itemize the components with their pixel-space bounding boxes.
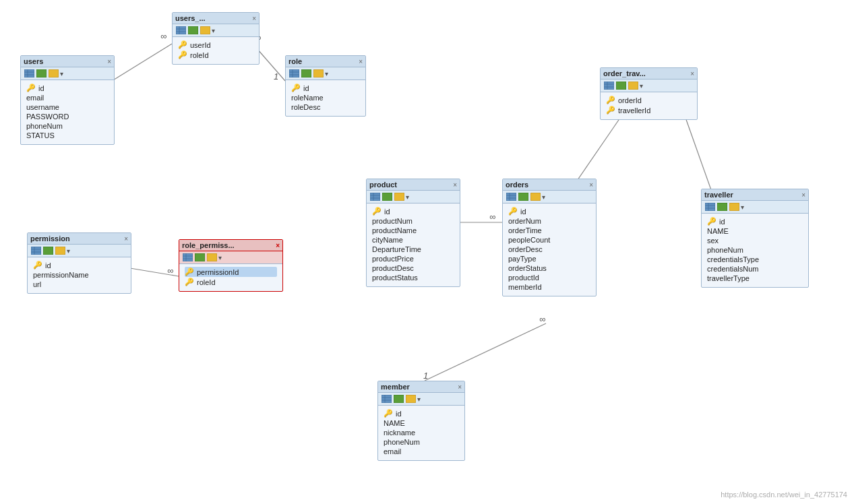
- svg-rect-25: [36, 69, 47, 77]
- table-product-title: product: [369, 181, 449, 189]
- grid-icon3[interactable]: [288, 69, 299, 78]
- svg-rect-68: [530, 193, 541, 201]
- svg-text:1: 1: [274, 71, 278, 82]
- field-rp-permid: 🔑 permissionId: [185, 267, 277, 277]
- cols-icon3[interactable]: [301, 69, 311, 78]
- cols-icon6[interactable]: [194, 253, 205, 262]
- svg-rect-73: [717, 203, 727, 211]
- field-ord-desc: orderDesc: [508, 245, 590, 254]
- cols-icon10[interactable]: [393, 394, 404, 404]
- svg-text:1: 1: [423, 371, 428, 381]
- grid-icon5[interactable]: [30, 246, 41, 255]
- pk-icon-ord: 🔑: [508, 207, 518, 216]
- dropdown-icon8[interactable]: ▾: [542, 193, 545, 201]
- field-users-status: STATUS: [26, 131, 109, 140]
- cols-icon[interactable]: [36, 69, 47, 78]
- key-icon4[interactable]: [628, 81, 638, 90]
- table-member-close[interactable]: ×: [458, 383, 462, 391]
- field-mem-nickname: nickname: [384, 428, 459, 437]
- table-permission-fields: 🔑 id permissionName url: [28, 257, 131, 293]
- svg-rect-37: [301, 69, 311, 77]
- svg-text:∞: ∞: [489, 212, 495, 222]
- field-prod-city: cityName: [372, 235, 454, 245]
- svg-rect-27: [176, 26, 186, 34]
- table-role-perm-close[interactable]: ×: [276, 242, 280, 249]
- grid-icon4[interactable]: [603, 81, 614, 90]
- field-prod-price: productPrice: [372, 254, 454, 263]
- dropdown-icon9[interactable]: ▾: [741, 203, 744, 211]
- table-orders-close[interactable]: ×: [589, 181, 593, 189]
- key-icon5[interactable]: [55, 246, 65, 255]
- svg-rect-63: [506, 193, 516, 201]
- table-orders: orders × ▾ 🔑 id orderNum orderTime peopl…: [502, 179, 597, 296]
- dropdown-icon10[interactable]: ▾: [417, 396, 421, 403]
- field-trav-id: 🔑 id: [707, 216, 803, 226]
- table-users: users × ▾ 🔑 id email username PASSWORD p…: [20, 55, 115, 145]
- svg-rect-32: [200, 26, 210, 34]
- key-icon8[interactable]: [530, 192, 541, 201]
- field-ord-productid: productId: [508, 273, 590, 282]
- key-icon7[interactable]: [394, 192, 404, 201]
- dropdown-icon6[interactable]: ▾: [218, 254, 222, 261]
- cols-icon5[interactable]: [42, 246, 53, 255]
- field-trav-credtype: credentialsType: [707, 255, 803, 264]
- pk-icon-role: 🔑: [291, 84, 301, 92]
- cols-icon4[interactable]: [615, 81, 626, 90]
- table-role-close[interactable]: ×: [359, 58, 363, 65]
- grid-icon2[interactable]: [175, 26, 186, 35]
- field-users-username: username: [26, 102, 109, 112]
- grid-icon10[interactable]: [381, 394, 392, 404]
- field-ord-id: 🔑 id: [508, 206, 590, 216]
- table-role: role × ▾ 🔑 id roleName roleDesc: [285, 55, 366, 117]
- dropdown-icon2[interactable]: ▾: [212, 27, 215, 34]
- grid-icon8[interactable]: [506, 192, 516, 201]
- dropdown-icon5[interactable]: ▾: [67, 247, 70, 255]
- field-prod-num: productNum: [372, 216, 454, 226]
- field-ur-userid: 🔑 userId: [178, 40, 253, 50]
- cols-icon9[interactable]: [716, 202, 727, 212]
- dropdown-icon3[interactable]: ▾: [325, 70, 328, 77]
- grid-icon6[interactable]: [182, 253, 193, 262]
- svg-rect-26: [49, 69, 59, 77]
- cols-icon2[interactable]: [187, 26, 198, 35]
- table-traveller-fields: 🔑 id NAME sex phoneNum credentialsType c…: [702, 214, 808, 287]
- grid-icon9[interactable]: [704, 202, 715, 212]
- table-product-close[interactable]: ×: [453, 181, 457, 189]
- table-order-trav-toolbar: ▾: [601, 80, 697, 92]
- table-traveller-close[interactable]: ×: [801, 191, 805, 199]
- field-prod-desc: productDesc: [372, 263, 454, 273]
- svg-rect-74: [729, 203, 739, 211]
- field-users-phonenum: phoneNum: [26, 121, 109, 131]
- field-mem-id: 🔑 id: [384, 408, 459, 418]
- table-users-close[interactable]: ×: [107, 58, 111, 65]
- key-icon10[interactable]: [405, 394, 416, 404]
- key-icon9[interactable]: [729, 202, 739, 212]
- table-permission-title: permission: [30, 234, 120, 243]
- table-users-roles-close[interactable]: ×: [252, 15, 256, 22]
- svg-rect-51: [183, 253, 193, 261]
- pk-icon-perm: 🔑: [33, 261, 42, 270]
- svg-rect-43: [616, 82, 626, 90]
- cols-icon7[interactable]: [382, 192, 392, 201]
- table-product-header: product ×: [367, 179, 460, 191]
- key-icon6[interactable]: [206, 253, 217, 262]
- table-order-trav: order_trav... × ▾ 🔑 orderId 🔑 travellerI…: [600, 67, 698, 120]
- dropdown-icon7[interactable]: ▾: [406, 193, 409, 201]
- dropdown-icon[interactable]: ▾: [60, 70, 63, 77]
- table-users-roles-toolbar: ▾: [173, 24, 259, 37]
- table-member: member × ▾ 🔑 id NAME nickname phoneNum e…: [377, 381, 465, 461]
- dropdown-icon4[interactable]: ▾: [640, 82, 643, 90]
- cols-icon8[interactable]: [518, 192, 528, 201]
- table-product: product × ▾ 🔑 id productNum productName …: [366, 179, 460, 287]
- table-permission-close[interactable]: ×: [124, 235, 128, 243]
- key-icon3[interactable]: [313, 69, 324, 78]
- key-icon[interactable]: [48, 69, 59, 78]
- field-prod-status: productStatus: [372, 273, 454, 282]
- grid-icon7[interactable]: [369, 192, 380, 201]
- pk-icon-prod: 🔑: [372, 207, 382, 216]
- table-order-trav-close[interactable]: ×: [690, 70, 694, 77]
- key-icon2[interactable]: [200, 26, 210, 35]
- field-prod-id: 🔑 id: [372, 206, 454, 216]
- grid-icon[interactable]: [24, 69, 34, 78]
- field-users-email: email: [26, 93, 109, 102]
